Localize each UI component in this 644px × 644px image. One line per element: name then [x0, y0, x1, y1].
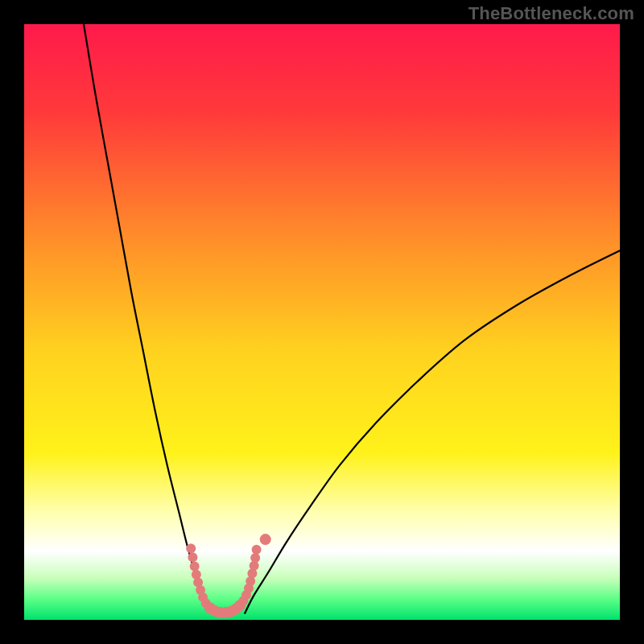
marker-dot — [190, 561, 200, 571]
plot-area — [24, 24, 620, 620]
marker-dot — [252, 545, 262, 555]
curve-right-branch — [245, 250, 620, 613]
marker-dot — [250, 553, 260, 563]
curve-layer — [24, 24, 620, 620]
bottom-marker-cluster — [186, 534, 271, 618]
chart-frame: TheBottleneck.com — [0, 0, 644, 644]
marker-dot — [186, 543, 196, 553]
marker-dot — [188, 552, 197, 562]
marker-dot — [260, 534, 271, 545]
watermark-text: TheBottleneck.com — [469, 3, 634, 24]
curve-left-branch — [84, 24, 212, 614]
